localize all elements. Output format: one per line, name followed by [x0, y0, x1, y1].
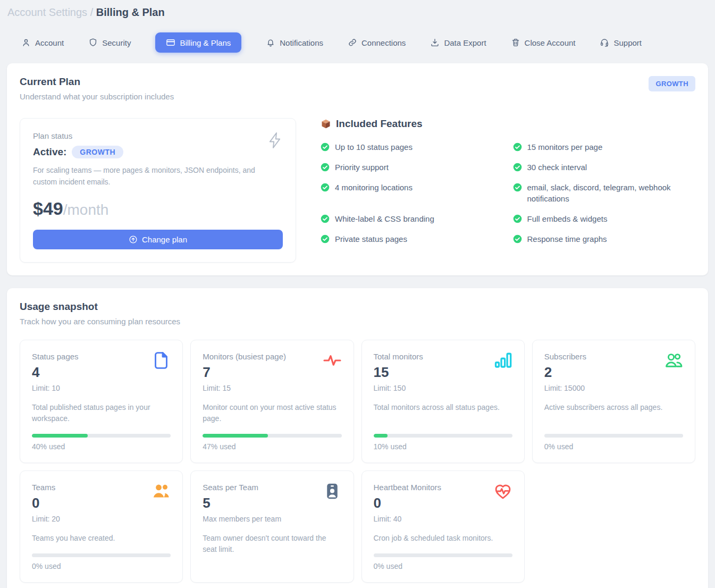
usage-card-description: Total monitors across all status pages. — [374, 402, 512, 413]
breadcrumb: Account Settings / Billing & Plan — [0, 0, 715, 19]
tab-label: Support — [613, 38, 642, 47]
check-circle-icon — [321, 162, 330, 172]
feature-label: 15 monitors per page — [527, 141, 603, 153]
usage-card-footer: 0% used — [32, 544, 171, 570]
change-plan-label: Change plan — [142, 235, 187, 244]
usage-card-description: Active subscribers across all pages. — [544, 402, 683, 413]
check-circle-icon — [513, 213, 522, 223]
current-plan-title: Current Plan — [20, 76, 174, 88]
usage-card-value: 5 — [203, 495, 341, 511]
usage-progress-bar — [374, 434, 512, 438]
heart-pulse-icon — [493, 482, 512, 501]
usage-card-status-pages: Status pages4Limit: 10Total published st… — [20, 340, 183, 463]
plan-price-row: $49/month — [33, 198, 283, 219]
user-icon — [21, 38, 31, 47]
breadcrumb-section[interactable]: Account Settings / — [7, 6, 93, 18]
tab-label: Account — [35, 38, 64, 47]
usage-percent-label: 0% used — [374, 562, 512, 570]
feature-label: White-label & CSS branding — [335, 213, 434, 225]
settings-tabbar: AccountSecurityBilling & PlansNotificati… — [0, 32, 715, 53]
usage-card-value: 2 — [544, 364, 683, 381]
tab-connections[interactable]: Connections — [348, 36, 406, 49]
usage-card-label: Status pages — [32, 352, 171, 361]
credit-card-icon — [166, 38, 175, 47]
check-circle-icon — [321, 213, 330, 223]
trash-icon — [511, 38, 520, 47]
usage-percent-label: 0% used — [544, 442, 683, 451]
tab-label: Connections — [361, 38, 406, 47]
usage-card-monitors-busiest-page: Monitors (busiest page)7Limit: 15Monitor… — [190, 340, 354, 463]
file-icon — [152, 351, 171, 370]
usage-card-total-monitors: Total monitors15Limit: 150Total monitors… — [361, 340, 525, 463]
usage-progress-bar — [374, 553, 512, 557]
usage-card-footer: 0% used — [544, 424, 683, 451]
id-badge-icon — [323, 482, 342, 501]
plan-tier-badge: GROWTH — [649, 76, 695, 91]
shield-icon — [88, 38, 98, 47]
usage-card-limit: Limit: 20 — [32, 515, 171, 523]
feature-label: Response time graphs — [527, 233, 607, 245]
feature-label: 4 monitoring locations — [335, 182, 413, 194]
features-title: Included Features — [336, 118, 423, 130]
usage-title: Usage snapshot — [20, 301, 695, 313]
usage-card-description: Total published status pages in your wor… — [32, 402, 171, 424]
plan-active-text: Active: — [33, 146, 66, 158]
check-circle-icon — [513, 182, 522, 192]
usage-percent-label: 47% used — [203, 442, 341, 451]
usage-card-label: Seats per Team — [203, 483, 341, 492]
change-plan-button[interactable]: Change plan — [33, 230, 283, 249]
tab-account[interactable]: Account — [21, 36, 64, 49]
tab-support[interactable]: Support — [600, 36, 642, 49]
usage-progress-bar — [32, 553, 171, 557]
feature-item-30-check-interval: 30 check interval — [513, 162, 694, 173]
headset-icon — [600, 38, 609, 47]
usage-progress-bar — [32, 434, 171, 438]
feature-item-private-status-pages: Private status pages — [321, 233, 501, 245]
tab-security[interactable]: Security — [88, 36, 131, 49]
usage-card-limit: Limit: 15000 — [544, 384, 683, 392]
usage-card-footer: 10% used — [374, 424, 512, 451]
usage-card-limit: Limit: 150 — [374, 384, 512, 392]
current-plan-panel: Current Plan Understand what your subscr… — [7, 63, 708, 275]
usage-card-value: 4 — [32, 364, 171, 381]
users-filled-icon — [152, 482, 171, 501]
usage-card-label: Heartbeat Monitors — [374, 483, 512, 492]
usage-card-value: 7 — [203, 364, 341, 381]
package-icon — [321, 119, 331, 129]
tab-data-export[interactable]: Data Export — [430, 36, 486, 49]
tab-close-account[interactable]: Close Account — [511, 36, 576, 49]
feature-item-full-embeds-widgets: Full embeds & widgets — [513, 213, 694, 225]
usage-card-limit: Max members per team — [203, 515, 341, 523]
usage-card-description: Team owner doesn't count toward the seat… — [203, 533, 341, 555]
plan-status-label: Plan status — [33, 131, 283, 140]
usage-card-description: Cron job & scheduled task monitors. — [374, 533, 512, 544]
usage-progress-fill — [374, 434, 388, 438]
usage-card-limit: Limit: 10 — [32, 384, 171, 392]
usage-card-description: Monitor count on your most active status… — [203, 402, 341, 424]
plan-price-period: /month — [63, 201, 109, 218]
feature-label: Priority support — [335, 162, 389, 173]
tab-notifications[interactable]: Notifications — [266, 36, 323, 49]
plan-price: $49 — [33, 198, 63, 219]
current-plan-subtitle: Understand what your subscription includ… — [20, 92, 174, 101]
tab-billing-plans[interactable]: Billing & Plans — [155, 32, 241, 53]
feature-label: Private status pages — [335, 233, 407, 245]
usage-card-heartbeat-monitors: Heartbeat Monitors0Limit: 40Cron job & s… — [361, 471, 525, 583]
feature-label: 30 check interval — [527, 162, 587, 173]
pulse-icon — [323, 351, 342, 370]
usage-card-description: Teams you have created. — [32, 533, 171, 544]
feature-item-email-slack-discord-telegram-w: email, slack, discord, telegram, webhook… — [513, 182, 694, 205]
usage-card-footer: 40% used — [32, 424, 171, 451]
usage-percent-label: 10% used — [374, 442, 512, 451]
bar-chart-icon — [493, 351, 512, 370]
check-circle-icon — [321, 233, 330, 243]
feature-label: email, slack, discord, telegram, webhook… — [527, 182, 694, 205]
plan-active-badge: GROWTH — [72, 146, 123, 158]
plan-description: For scaling teams — more pages & monitor… — [33, 165, 256, 188]
feature-label: Full embeds & widgets — [527, 213, 608, 225]
usage-progress-fill — [32, 434, 88, 438]
usage-card-label: Monitors (busiest page) — [203, 352, 341, 361]
check-circle-icon — [513, 162, 522, 172]
check-circle-icon — [513, 141, 522, 152]
usage-card-subscribers: Subscribers2Limit: 15000Active subscribe… — [532, 340, 695, 463]
